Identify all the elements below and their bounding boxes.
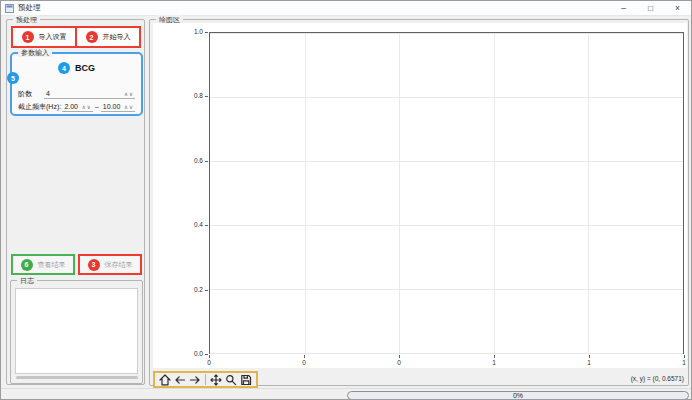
y-tick-mark [205, 96, 208, 97]
x-tick-label: 0 [388, 359, 410, 366]
x-gridline [588, 33, 589, 353]
marker-1: 1 [22, 31, 34, 43]
y-tick-mark [205, 290, 208, 291]
progress-bar: 0% [347, 391, 689, 400]
marker-4: 4 [58, 62, 70, 74]
y-tick-label: 0.8 [153, 92, 203, 99]
y-tick-mark [205, 161, 208, 162]
app-icon [5, 4, 14, 13]
y-tick-label: 0.4 [153, 221, 203, 228]
y-gridline [210, 33, 683, 34]
start-import-button[interactable]: 2 开始导入 [77, 28, 139, 46]
x-tick-mark [589, 355, 590, 358]
import-settings-button[interactable]: 1 导入设置 [13, 28, 75, 46]
toolbar-separator [205, 374, 206, 385]
y-gridline [210, 161, 683, 162]
marker-3: 3 [88, 259, 100, 271]
y-gridline [210, 353, 683, 354]
x-tick-label: 0 [198, 359, 220, 366]
maximize-button[interactable]: □ [637, 1, 664, 16]
plot-canvas[interactable]: 1.00.80.60.40.20.0000111 [153, 23, 687, 368]
spinner-arrows-icon[interactable]: ∧∨ [82, 104, 92, 110]
x-tick-mark [494, 355, 495, 358]
order-value: 4 [46, 90, 50, 97]
pan-icon[interactable] [210, 374, 222, 386]
view-results-button[interactable]: 6 查看结果 [11, 254, 75, 275]
y-gridline [210, 97, 683, 98]
marker-5: 5 [7, 72, 19, 84]
y-tick-label: 0.2 [153, 286, 203, 293]
marker-6: 6 [21, 259, 33, 271]
y-gridline [210, 289, 683, 290]
app-window: 预处理 – □ × 预处理 1 导入设置 2 开始导入 参数输入 4 [0, 0, 692, 400]
forward-icon[interactable] [189, 374, 201, 386]
marker-2: 2 [86, 31, 98, 43]
cutoff-low-value: 2.00 [64, 103, 78, 110]
y-tick-label: 1.0 [153, 28, 203, 35]
order-row: 阶数 4 ∧∨ [18, 88, 135, 99]
log-group-label: 日志 [17, 276, 37, 285]
cutoff-high-value: 10.00 [103, 103, 121, 110]
cutoff-range-separator: ~ [93, 104, 101, 112]
title-bar: 预处理 – □ × [1, 1, 691, 16]
log-horizontal-scrollbar[interactable] [16, 376, 138, 379]
x-gridline [305, 33, 306, 353]
x-gridline [494, 33, 495, 353]
x-tick-label: 1 [673, 359, 692, 366]
preprocess-group: 预处理 1 导入设置 2 开始导入 参数输入 4 BCG 5 阶数 [6, 19, 145, 385]
start-import-label: 开始导入 [103, 32, 131, 42]
cutoff-low-spinbox[interactable]: 2.00 ∧∨ [62, 101, 92, 112]
y-gridline [210, 225, 683, 226]
x-tick-label: 1 [578, 359, 600, 366]
x-gridline [399, 33, 400, 353]
parameter-group-label: 参数输入 [18, 48, 52, 57]
y-tick-label: 0.6 [153, 157, 203, 164]
zoom-icon[interactable] [225, 374, 237, 386]
save-results-label: 保存结果 [105, 260, 133, 270]
log-textarea [15, 288, 138, 374]
plot-axes [209, 32, 684, 354]
cursor-coordinates-readout: (x, y) = (0, 0.6571) [631, 375, 684, 382]
cutoff-high-spinbox[interactable]: 10.00 ∧∨ [101, 101, 135, 112]
mode-row: 4 BCG [12, 62, 141, 74]
x-tick-mark [304, 355, 305, 358]
minimize-button[interactable]: – [610, 1, 637, 16]
save-icon[interactable] [240, 374, 252, 386]
x-tick-mark [209, 355, 210, 358]
order-spinbox[interactable]: 4 ∧∨ [44, 88, 135, 99]
home-icon[interactable] [159, 374, 171, 386]
spinner-arrows-icon[interactable]: ∧∨ [124, 104, 134, 110]
status-bar: 0% [1, 388, 692, 400]
x-tick-label: 1 [483, 359, 505, 366]
order-label: 阶数 [18, 89, 44, 99]
cutoff-row: 截止频率(Hz): 2.00 ∧∨ ~ 10.00 ∧∨ [18, 101, 135, 112]
close-button[interactable]: × [664, 1, 691, 16]
parameter-input-group: 参数输入 4 BCG 5 阶数 4 ∧∨ 截止频率(Hz): 2.00 ∧∨ ~ [10, 52, 143, 116]
window-controls: – □ × [610, 1, 691, 16]
cutoff-label: 截止频率(Hz): [18, 102, 62, 112]
plot-toolbar [153, 371, 258, 388]
mode-label: BCG [75, 63, 95, 73]
plot-area-group: 绘图区 1.00.80.60.40.20.0000111 (x, y) = (0… [149, 19, 689, 386]
y-tick-label: 0.0 [153, 350, 203, 357]
log-group: 日志 [10, 280, 143, 384]
window-title: 预处理 [18, 3, 41, 13]
y-tick-mark [205, 32, 208, 33]
view-results-label: 查看结果 [38, 260, 66, 270]
spinner-arrows-icon[interactable]: ∧∨ [124, 91, 134, 97]
y-tick-mark [205, 225, 208, 226]
back-icon[interactable] [174, 374, 186, 386]
preprocess-group-label: 预处理 [13, 15, 40, 24]
x-tick-mark [684, 355, 685, 358]
x-tick-label: 0 [293, 359, 315, 366]
import-button-group: 1 导入设置 2 开始导入 [11, 26, 141, 48]
save-results-button[interactable]: 3 保存结果 [78, 254, 142, 275]
y-tick-mark [205, 354, 208, 355]
x-tick-mark [399, 355, 400, 358]
import-settings-label: 导入设置 [39, 32, 67, 42]
